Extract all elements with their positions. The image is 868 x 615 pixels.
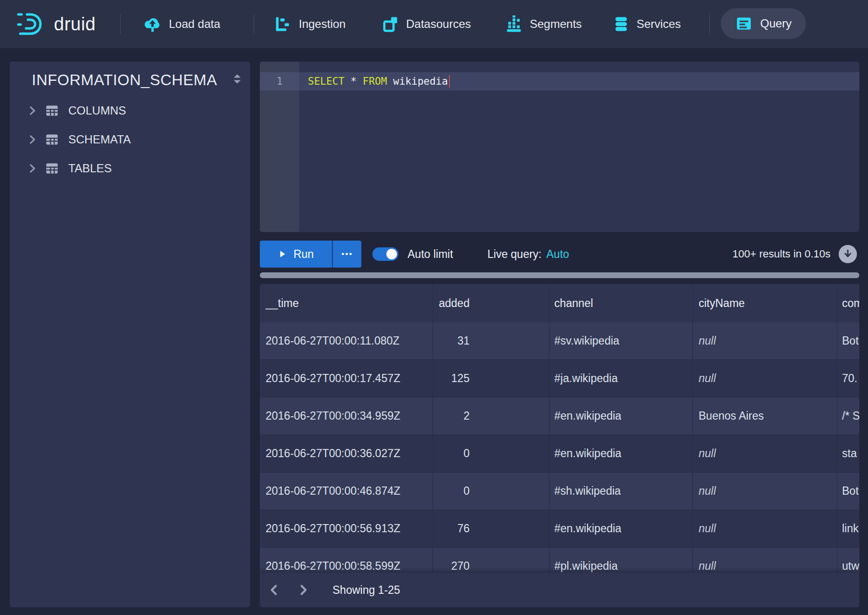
cell-added[interactable]: 270: [433, 548, 549, 573]
cell-time[interactable]: 2016-06-27T00:00:11.080Z: [260, 322, 433, 359]
druid-console: druid Load data Ingestion: [0, 0, 868, 615]
cell-comment[interactable]: Bot: [837, 473, 859, 510]
cell-added[interactable]: 0: [433, 435, 549, 472]
cell-comment[interactable]: /* S: [837, 397, 859, 435]
schema-sidebar: INFORMATION_SCHEMA COLUMNS: [10, 62, 250, 607]
nav-item-label: Datasources: [406, 17, 471, 31]
cell-added[interactable]: 31: [433, 322, 549, 359]
chevron-right-icon: [27, 163, 38, 174]
cell-cityname[interactable]: null: [693, 435, 837, 472]
table-row: 2016-06-27T00:00:34.959Z 2 #en.wikipedia…: [260, 397, 859, 435]
cell-comment[interactable]: Bot: [837, 322, 859, 359]
cell-time[interactable]: 2016-06-27T00:00:34.959Z: [260, 397, 433, 435]
nav-item-label: Query: [760, 17, 791, 30]
cell-time[interactable]: 2016-06-27T00:00:56.913Z: [260, 510, 433, 547]
sql-code-line[interactable]: SELECT * FROM wikipedia: [308, 72, 450, 90]
caret-sort-icon[interactable]: [230, 71, 245, 87]
brand-text: druid: [54, 0, 96, 48]
table-body: 2016-06-27T00:00:11.080Z 31 #sv.wikipedi…: [260, 322, 859, 573]
cell-cityname[interactable]: Buenos Aires: [693, 397, 837, 435]
column-header-time[interactable]: __time: [260, 284, 433, 322]
more-dots-icon: •••: [342, 249, 353, 259]
table-grid-icon: [45, 162, 59, 175]
table-row: 2016-06-27T00:00:36.027Z 0 #en.wikipedia…: [260, 435, 859, 473]
table-row: 2016-06-27T00:00:17.457Z 125 #ja.wikiped…: [260, 360, 859, 397]
cell-channel[interactable]: #sh.wikipedia: [549, 473, 693, 510]
cell-channel[interactable]: #pl.wikipedia: [549, 548, 693, 573]
sql-star: *: [351, 76, 357, 87]
cell-added[interactable]: 125: [433, 360, 549, 397]
cell-channel[interactable]: #en.wikipedia: [549, 435, 693, 472]
nav-item-segments[interactable]: Segments: [505, 0, 582, 48]
column-header-channel[interactable]: channel: [549, 284, 693, 322]
cell-time[interactable]: 2016-06-27T00:00:17.457Z: [260, 360, 433, 397]
cell-channel[interactable]: #en.wikipedia: [549, 397, 693, 435]
tree-item-columns[interactable]: COLUMNS: [10, 96, 250, 125]
column-header-comment[interactable]: comment: [837, 284, 859, 322]
run-button[interactable]: Run: [260, 241, 332, 268]
pagination-bar: Showing 1-25: [260, 573, 859, 607]
cell-channel[interactable]: #sv.wikipedia: [549, 322, 693, 359]
sql-editor[interactable]: 1 SELECT * FROM wikipedia: [260, 62, 859, 232]
table-row: 2016-06-27T00:00:58.599Z 270 #pl.wikiped…: [260, 548, 859, 573]
cell-time[interactable]: 2016-06-27T00:00:36.027Z: [260, 435, 433, 472]
tree-item-label: COLUMNS: [68, 104, 126, 117]
druid-logo-icon[interactable]: [16, 12, 49, 37]
cell-time[interactable]: 2016-06-27T00:00:58.599Z: [260, 548, 433, 573]
download-button[interactable]: [839, 245, 857, 263]
table-row: 2016-06-27T00:00:46.874Z 0 #sh.wikipedia…: [260, 473, 859, 510]
cell-added[interactable]: 76: [433, 510, 549, 547]
nav-item-ingestion[interactable]: Ingestion: [274, 0, 345, 48]
results-horizontal-scrollbar[interactable]: [260, 272, 859, 278]
cell-cityname[interactable]: null: [693, 360, 837, 397]
cell-time[interactable]: 2016-06-27T00:00:46.874Z: [260, 473, 433, 510]
download-icon: [842, 249, 853, 259]
database-icon: [613, 15, 629, 33]
nav-item-load-data[interactable]: Load data: [143, 0, 220, 48]
cell-cityname[interactable]: null: [693, 510, 837, 547]
nav-item-label: Ingestion: [299, 17, 345, 31]
schema-title: INFORMATION_SCHEMA: [32, 70, 217, 90]
nav-item-services[interactable]: Services: [613, 0, 681, 48]
cell-added[interactable]: 2: [433, 397, 549, 435]
cell-comment[interactable]: utw: [837, 548, 859, 573]
nav-item-label: Segments: [530, 17, 582, 31]
tree-item-label: TABLES: [68, 162, 112, 175]
ingestion-icon: [274, 15, 292, 33]
cell-comment[interactable]: sta: [837, 435, 859, 472]
nav-item-datasources[interactable]: Datasources: [382, 0, 471, 48]
cell-comment[interactable]: link: [837, 510, 859, 547]
nav-item-label: Load data: [169, 17, 220, 31]
text-cursor: [449, 75, 450, 88]
sql-keyword: SELECT: [308, 76, 345, 87]
nav-item-query[interactable]: Query: [721, 8, 806, 39]
cell-comment[interactable]: 70.: [837, 360, 859, 397]
tree-item-schemata[interactable]: SCHEMATA: [10, 125, 250, 154]
table-header-row: __time added channel cityName comment: [260, 284, 859, 323]
live-query-label: Live query:: [487, 248, 542, 261]
auto-limit-toggle[interactable]: [372, 247, 398, 261]
column-header-added[interactable]: added: [433, 284, 549, 322]
nav-divider: [254, 14, 254, 34]
cell-cityname[interactable]: null: [693, 548, 837, 573]
cloud-upload-icon: [143, 15, 162, 33]
segments-icon: [505, 15, 523, 33]
live-query-control[interactable]: Live query: Auto: [487, 241, 569, 268]
cell-cityname[interactable]: null: [693, 322, 837, 359]
next-page-button[interactable]: [294, 580, 313, 600]
sql-keyword: FROM: [363, 76, 387, 87]
play-icon: [278, 250, 287, 258]
column-header-cityname[interactable]: cityName: [693, 284, 837, 322]
nav-item-label: Services: [637, 17, 681, 31]
cell-added[interactable]: 0: [433, 473, 549, 510]
auto-limit-label: Auto limit: [408, 241, 453, 268]
datasources-icon: [382, 15, 399, 33]
showing-label: Showing 1-25: [332, 573, 400, 607]
cell-cityname[interactable]: null: [693, 473, 837, 510]
cell-channel[interactable]: #en.wikipedia: [549, 510, 693, 547]
run-more-button[interactable]: •••: [332, 241, 361, 268]
chevron-right-icon: [27, 105, 38, 116]
tree-item-tables[interactable]: TABLES: [10, 154, 250, 183]
cell-channel[interactable]: #ja.wikipedia: [549, 360, 693, 397]
prev-page-button[interactable]: [265, 580, 284, 600]
